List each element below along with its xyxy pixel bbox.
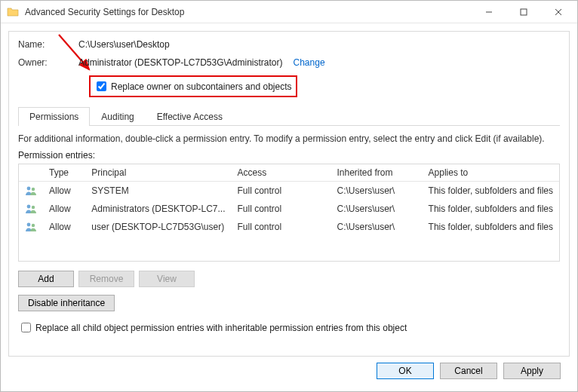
replace-all-label: Replace all child object permission entr… <box>35 323 407 333</box>
cell-principal: user (DESKTOP-LC7D53G\user) <box>85 218 231 236</box>
window-buttons <box>472 2 576 23</box>
cell-principal: SYSTEM <box>85 182 231 201</box>
dialog-footer-buttons: OK Cancel Apply <box>8 357 570 387</box>
owner-label: Owner: <box>18 57 78 68</box>
minimize-button[interactable] <box>472 2 506 23</box>
ok-button[interactable]: OK <box>377 363 434 379</box>
tab-effective-access[interactable]: Effective Access <box>146 107 234 126</box>
svg-point-7 <box>27 205 31 209</box>
cell-access: Full control <box>232 218 331 236</box>
name-row: Name: C:\Users\user\Desktop <box>18 39 560 50</box>
remove-button: Remove <box>78 271 134 287</box>
add-button[interactable]: Add <box>18 271 74 287</box>
entry-buttons-row: Add Remove View <box>18 271 560 287</box>
replace-all-checkbox-row[interactable]: Replace all child object permission entr… <box>18 320 560 335</box>
titlebar: Advanced Security Settings for Desktop <box>1 1 577 23</box>
svg-point-10 <box>32 224 35 227</box>
permission-entries-table-wrap: Type Principal Access Inherited from App… <box>18 164 560 262</box>
principal-icon <box>19 200 43 218</box>
svg-point-6 <box>32 188 35 191</box>
info-text: For additional information, double-click… <box>18 133 560 144</box>
folder-icon <box>7 6 19 18</box>
annotation-arrow <box>53 32 98 75</box>
svg-point-8 <box>32 206 35 209</box>
col-header-access[interactable]: Access <box>232 164 331 182</box>
cell-type: Allow <box>43 200 85 218</box>
view-button: View <box>139 271 195 287</box>
cell-type: Allow <box>43 182 85 201</box>
principal-icon <box>19 218 43 236</box>
cell-type: Allow <box>43 218 85 236</box>
tab-auditing[interactable]: Auditing <box>90 107 145 126</box>
cell-inherited: C:\Users\user\ <box>331 200 422 218</box>
cell-inherited: C:\Users\user\ <box>331 218 422 236</box>
security-settings-window: Advanced Security Settings for Desktop <box>0 0 578 392</box>
cell-principal: Administrators (DESKTOP-LC7... <box>85 200 231 218</box>
svg-point-5 <box>27 187 31 191</box>
col-header-applies[interactable]: Applies to <box>423 164 559 182</box>
permission-entries-label: Permission entries: <box>18 150 560 161</box>
cell-applies: This folder, subfolders and files <box>423 200 559 218</box>
col-header-principal[interactable]: Principal <box>85 164 231 182</box>
maximize-button[interactable] <box>506 2 541 23</box>
name-value: C:\Users\user\Desktop <box>78 39 170 50</box>
table-row[interactable]: AllowAdministrators (DESKTOP-LC7...Full … <box>19 200 559 218</box>
col-header-type[interactable]: Type <box>43 164 85 182</box>
cell-applies: This folder, subfolders and files <box>423 218 559 236</box>
replace-owner-checkbox[interactable] <box>97 81 106 91</box>
svg-point-9 <box>27 223 31 227</box>
cell-inherited: C:\Users\user\ <box>331 182 422 201</box>
replace-owner-checkbox-row[interactable]: Replace owner on subcontainers and objec… <box>89 75 297 97</box>
window-title: Advanced Security Settings for Desktop <box>25 7 472 17</box>
close-button[interactable] <box>541 2 576 23</box>
name-label: Name: <box>18 39 78 50</box>
permission-entries-table[interactable]: Type Principal Access Inherited from App… <box>19 164 559 236</box>
cell-access: Full control <box>232 200 331 218</box>
tab-permissions[interactable]: Permissions <box>18 107 90 126</box>
owner-row: Owner: Administrator (DESKTOP-LC7D53G\Ad… <box>18 57 560 68</box>
disable-inheritance-button[interactable]: Disable inheritance <box>18 295 115 311</box>
svg-rect-1 <box>521 9 527 15</box>
apply-button[interactable]: Apply <box>503 363 561 379</box>
tabs: Permissions Auditing Effective Access <box>18 106 560 126</box>
change-owner-link[interactable]: Change <box>294 57 325 68</box>
cancel-button[interactable]: Cancel <box>440 363 497 379</box>
replace-owner-label: Replace owner on subcontainers and objec… <box>111 81 291 92</box>
table-row[interactable]: Allowuser (DESKTOP-LC7D53G\user)Full con… <box>19 218 559 236</box>
replace-all-checkbox[interactable] <box>21 323 31 332</box>
table-row[interactable]: AllowSYSTEMFull controlC:\Users\user\Thi… <box>19 182 559 201</box>
cell-access: Full control <box>232 182 331 201</box>
col-header-inherited[interactable]: Inherited from <box>331 164 422 182</box>
cell-applies: This folder, subfolders and files <box>423 182 559 201</box>
principal-icon <box>19 182 43 201</box>
owner-value: Administrator (DESKTOP-LC7D53G\Administr… <box>78 57 283 68</box>
